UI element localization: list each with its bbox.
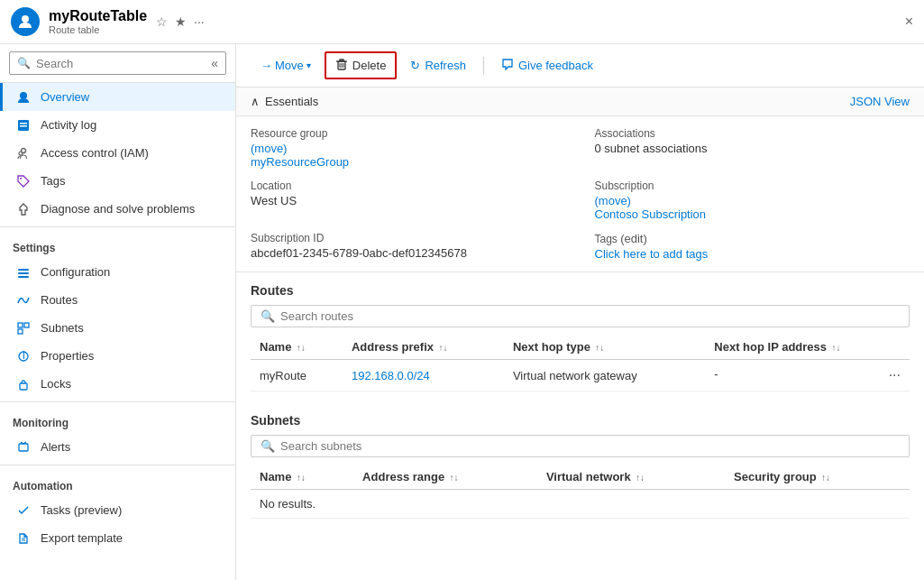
field-location: Location West US	[251, 180, 566, 221]
routes-col-next-hop-type[interactable]: Next hop type ↑↓	[504, 335, 705, 360]
sidebar-item-diagnose[interactable]: Diagnose and solve problems	[0, 195, 235, 223]
edit-tags-link[interactable]: (edit)	[620, 232, 647, 245]
diagnose-label: Diagnose and solve problems	[41, 202, 195, 216]
field-tags-label: Tags (edit)	[595, 232, 910, 245]
subnets-no-results: No results.	[251, 490, 910, 519]
field-subscription-value: (move) Contoso Subscription	[595, 194, 910, 221]
field-associations-value: 0 subnet associations	[595, 142, 910, 155]
sidebar-item-activity-log[interactable]: Activity log	[0, 111, 235, 139]
content-scroll: ∧ Essentials JSON View Resource group (m…	[236, 87, 924, 580]
resource-title: myRouteTable Route table	[49, 8, 147, 35]
routes-col-next-hop-ip[interactable]: Next hop IP address ↑↓	[705, 335, 910, 360]
divider-automation	[0, 465, 235, 465]
monitoring-section-header: Monitoring	[0, 406, 235, 433]
routes-table-header-row: Name ↑↓ Address prefix ↑↓ Next hop type …	[251, 335, 910, 360]
feedback-button[interactable]: Give feedback	[491, 52, 603, 78]
svg-rect-12	[24, 323, 29, 327]
subnets-col-address-range[interactable]: Address range ↑↓	[353, 465, 537, 490]
refresh-button[interactable]: ↻ Refresh	[400, 53, 476, 78]
overview-icon	[15, 91, 32, 104]
field-associations: Associations 0 subnet associations	[595, 127, 910, 169]
essentials-grid: Resource group (move) myResourceGroup As…	[251, 127, 910, 261]
add-tags-link[interactable]: Click here to add tags	[595, 247, 709, 261]
subscription-link[interactable]: Contoso Subscription	[595, 207, 707, 221]
tasks-icon	[15, 504, 32, 517]
sort-hop-ip-icon: ↑↓	[831, 343, 840, 353]
svg-point-0	[22, 15, 29, 23]
row-more-button[interactable]: ···	[889, 367, 901, 383]
routes-table: Name ↑↓ Address prefix ↑↓ Next hop type …	[251, 335, 910, 391]
subnets-section-title: Subnets	[251, 413, 910, 428]
routes-search-input[interactable]	[280, 309, 900, 323]
properties-icon: i	[15, 350, 32, 363]
route-address-prefix-cell: 192.168.0.0/24	[343, 360, 504, 391]
route-address-link[interactable]: 192.168.0.0/24	[352, 369, 430, 382]
subnets-col-security-group[interactable]: Security group ↑↓	[725, 465, 910, 490]
route-name-cell: myRoute	[251, 360, 343, 391]
sidebar-item-iam[interactable]: Access control (IAM)	[0, 139, 235, 167]
move-label: Move	[275, 59, 304, 72]
close-button[interactable]: ×	[905, 14, 913, 30]
activity-log-label: Activity log	[41, 118, 96, 132]
settings-section-header: Settings	[0, 231, 235, 258]
sidebar-item-locks[interactable]: Locks	[0, 370, 235, 398]
essentials-collapse-icon[interactable]: ∧	[251, 95, 260, 108]
svg-rect-16	[20, 383, 27, 390]
sidebar-item-configuration[interactable]: Configuration	[0, 258, 235, 286]
more-icon[interactable]: ···	[194, 14, 205, 29]
essentials-title: Essentials	[265, 95, 318, 108]
overview-label: Overview	[41, 90, 89, 104]
sort-address-icon: ↑↓	[438, 343, 447, 353]
avatar	[11, 7, 40, 36]
field-resource-group: Resource group (move) myResourceGroup	[251, 127, 566, 169]
sort-subnet-sg-icon: ↑↓	[821, 473, 830, 483]
sidebar-item-overview[interactable]: Overview	[0, 83, 235, 111]
search-input[interactable]	[36, 57, 211, 70]
search-icon: 🔍	[17, 57, 31, 69]
svg-rect-9	[18, 272, 29, 274]
export-template-icon	[15, 532, 32, 545]
routes-col-address-prefix[interactable]: Address prefix ↑↓	[343, 335, 504, 360]
move-icon: →	[261, 59, 272, 72]
locks-label: Locks	[41, 377, 71, 391]
routes-search-box[interactable]: 🔍	[251, 305, 910, 327]
title-icon-group: ☆ ★ ···	[156, 14, 205, 29]
sidebar-nav: Overview Activity log Access control (IA…	[0, 83, 235, 580]
field-subscription-id-value: abcdef01-2345-6789-0abc-def012345678	[251, 246, 566, 260]
route-next-hop-ip-cell: - ···	[705, 360, 910, 391]
move-link-resource-group[interactable]: (move)	[251, 142, 287, 155]
routes-col-name[interactable]: Name ↑↓	[251, 335, 343, 360]
subnets-search-box[interactable]: 🔍	[251, 435, 910, 457]
sidebar-item-tags[interactable]: Tags	[0, 167, 235, 195]
svg-rect-11	[18, 323, 23, 327]
routes-label: Routes	[41, 293, 78, 307]
sort-subnet-name-icon: ↑↓	[297, 473, 306, 483]
sidebar-item-routes[interactable]: Routes	[0, 286, 235, 314]
routes-search-icon: 🔍	[261, 309, 275, 323]
sidebar-item-tasks[interactable]: Tasks (preview)	[0, 496, 235, 524]
content-area: → Move ▾ Delete ↻ Refresh Give feedback	[236, 44, 924, 580]
pin-outline-icon[interactable]: ☆	[156, 14, 168, 29]
move-link-subscription[interactable]: (move)	[595, 194, 631, 207]
sidebar-item-subnets[interactable]: Subnets	[0, 314, 235, 342]
json-view-link[interactable]: JSON View	[850, 95, 910, 108]
alerts-icon	[15, 441, 32, 454]
collapse-icon[interactable]: «	[211, 56, 218, 70]
subnets-col-name[interactable]: Name ↑↓	[251, 465, 353, 490]
sidebar-item-properties[interactable]: i Properties	[0, 342, 235, 370]
move-button[interactable]: → Move ▾	[251, 53, 321, 78]
search-box[interactable]: 🔍 «	[9, 51, 226, 75]
sidebar-item-export-template[interactable]: Export template	[0, 524, 235, 552]
pin-filled-icon[interactable]: ★	[175, 14, 187, 29]
resource-group-link[interactable]: myResourceGroup	[251, 155, 349, 169]
sort-name-icon: ↑↓	[297, 343, 306, 353]
field-location-value: West US	[251, 194, 566, 207]
routes-section: Routes 🔍 Name ↑↓ Address prefix	[236, 272, 924, 402]
delete-button[interactable]: Delete	[325, 51, 398, 79]
sidebar-item-alerts[interactable]: Alerts	[0, 433, 235, 461]
subnets-col-virtual-network[interactable]: Virtual network ↑↓	[537, 465, 725, 490]
field-subscription: Subscription (move) Contoso Subscription	[595, 180, 910, 221]
subnets-search-input[interactable]	[280, 439, 900, 453]
export-template-label: Export template	[41, 531, 123, 545]
subnets-search-icon: 🔍	[261, 439, 275, 453]
